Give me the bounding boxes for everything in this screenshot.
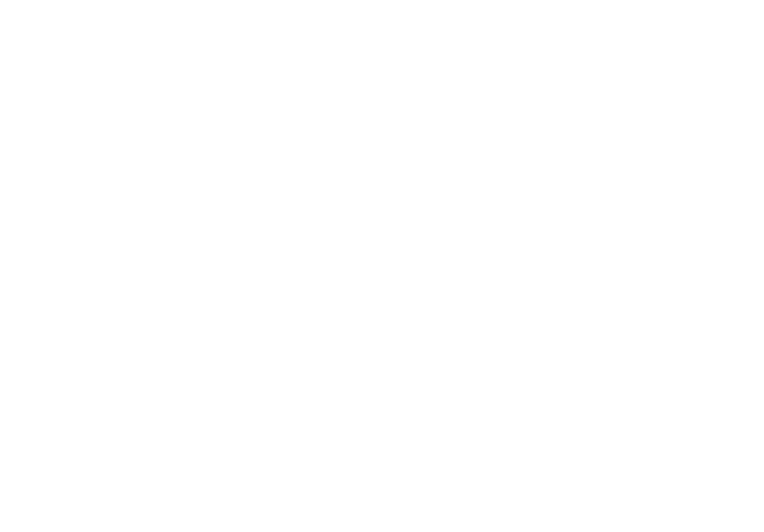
connectors-svg: [0, 0, 764, 532]
tree-diagram: [0, 0, 764, 532]
